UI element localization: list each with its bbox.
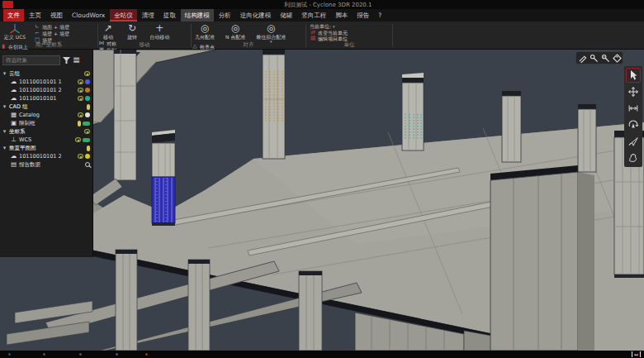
eye-icon[interactable] (84, 71, 90, 76)
toggle-on[interactable] (83, 122, 90, 126)
ucs-ground-wall-button[interactable]: ∟ 地面 + 墙壁 (34, 24, 69, 30)
target-pin-icon: ◎ (267, 23, 275, 34)
move-view-button[interactable] (626, 84, 641, 99)
app-icon[interactable] (2, 1, 13, 8)
visibility-bulb-icon[interactable] (78, 121, 81, 126)
group-label-ucs: 用户坐标系 (0, 41, 97, 49)
filter-funnel-icon[interactable] (63, 52, 70, 68)
tree-item-cloud-3[interactable]: ☁ 10110010101 (0, 94, 92, 103)
visibility-bulb-icon[interactable] (87, 104, 90, 110)
tab-clean[interactable]: 清理 (138, 9, 159, 21)
tree-group-label: 云组 (9, 70, 20, 78)
chevron-down-icon[interactable]: ▾ (2, 69, 7, 78)
chevron-down-icon[interactable]: ▾ (2, 103, 7, 111)
viewport-3d[interactable] (0, 50, 644, 351)
application-window: 利旧测试 - Cyclone 3DR 2020.1 文件 主页 视图 Cloud… (0, 0, 644, 358)
color-swatch[interactable] (85, 112, 90, 117)
color-swatch[interactable] (85, 79, 90, 84)
tab-file[interactable]: 文件 (3, 9, 24, 21)
tree-item-label: 报告数据 (19, 161, 40, 169)
taskbar-dot (8, 353, 11, 356)
magnifier-icon[interactable] (85, 162, 90, 167)
eye-icon[interactable] (78, 88, 83, 93)
tab-vertical-works[interactable]: 竖向工程 (297, 9, 330, 21)
tab-tank[interactable]: 储罐 (276, 9, 296, 21)
auto-move-button[interactable]: + 自动移动 (146, 23, 173, 40)
tree-group-vertical-plan[interactable]: ▾ 垂直平面图 (0, 144, 92, 152)
tree-header: ≡ (0, 50, 92, 69)
measure-icon[interactable] (578, 50, 587, 66)
tab-analysis[interactable]: 分析 (215, 9, 235, 21)
tab-reverse-modeling[interactable]: 逆向化建模 (236, 9, 276, 21)
tree-item-label: 10110010101 1 (19, 79, 62, 85)
edit-project-units-button[interactable]: ▤ 编辑项目单位 (310, 36, 392, 41)
measure-toolbar (575, 51, 623, 64)
eye-icon[interactable] (78, 96, 83, 101)
n-point-registration-button[interactable]: ◎ N 点配准 (222, 23, 249, 40)
best-fit-registration-button[interactable]: ◎ 最佳拟合配准 ▾ (253, 23, 289, 43)
ribbon-group-ucs: 定义 UCS ∟ 地面 + 墙壁 ⌐ 墙壁 + 墙壁 □ 墙壁 ▮ (0, 21, 97, 50)
tree-menu-icon[interactable]: ≡ (73, 55, 80, 64)
color-swatch[interactable] (85, 154, 90, 159)
column-with-blue-pointcloud (152, 130, 175, 226)
tree-group-clouds[interactable]: ▾ 云组 (0, 69, 92, 78)
tab-extract[interactable]: 提取 (159, 9, 180, 21)
define-ucs-button[interactable]: 定义 UCS (0, 23, 30, 40)
eye-icon[interactable] (75, 137, 81, 142)
geometry-registration-button[interactable]: ◎ 几何配准 (192, 23, 218, 40)
tree-item-wcs[interactable]: ⊥ WCS (0, 136, 92, 144)
label-pen-icon[interactable] (590, 50, 599, 66)
chevron-down-icon[interactable]: ▾ (2, 127, 7, 136)
change-current-unit-button[interactable]: ⇄ 改变当前单元 (310, 30, 392, 36)
orbit-button[interactable] (626, 117, 641, 132)
ribbon-separator (392, 24, 393, 47)
color-swatch[interactable] (85, 88, 90, 93)
tree-item-catalog[interactable]: ▦ Catalog (0, 111, 92, 119)
select-cursor-button[interactable] (626, 68, 641, 83)
point-cloud-icon: ☁ (10, 78, 17, 86)
visibility-bulb-icon[interactable] (87, 146, 90, 151)
rotate-button[interactable]: ↻ 旋转 (122, 23, 142, 40)
label-pen2-icon[interactable] (601, 50, 610, 66)
tag-icon[interactable] (613, 50, 622, 66)
current-unit-dropdown[interactable]: 当前单位: ▾ (310, 23, 392, 29)
eye-icon[interactable] (84, 129, 90, 134)
eye-icon[interactable] (78, 112, 83, 117)
tree-group-coordinate-systems[interactable]: ▾ 坐标系 (0, 127, 92, 136)
eye-icon[interactable] (78, 79, 83, 84)
toggle-on[interactable] (83, 138, 90, 142)
translate-button[interactable]: ↗ 移动 (98, 23, 118, 40)
fit-width-button[interactable] (626, 101, 641, 116)
tree-item-report-data[interactable]: ▤ 报告数据 (0, 160, 92, 169)
filter-objects-input[interactable] (2, 55, 60, 65)
point-cloud-icon: ☁ (10, 94, 17, 103)
group-label-move: 移动 (98, 41, 191, 49)
scale-widget-icon: ↔ (632, 351, 641, 357)
eye-icon[interactable] (78, 154, 83, 159)
crosshair-icon: + (155, 23, 163, 34)
tab-survey[interactable]: 全站仪 (110, 9, 137, 21)
column-with-orange-speckle (263, 50, 285, 159)
chevron-down-icon[interactable]: ▾ (2, 144, 7, 152)
tab-report[interactable]: 报告 (353, 9, 373, 21)
fly-button[interactable] (626, 134, 641, 149)
tree-group-cad[interactable]: ▾ CAD 组 (0, 103, 92, 111)
pan-hand-button[interactable] (626, 150, 641, 165)
tree-item-limit-box[interactable]: ▣ 限制框 (0, 119, 92, 127)
ucs-wall-wall-button[interactable]: ⌐ 墙壁 + 墙壁 (34, 31, 69, 36)
color-swatch[interactable] (85, 96, 90, 101)
ribbon-group-move: ↗ 移动 ↻ 旋转 + 自动移动 ⋈ 对称 ▣ 复制 (98, 21, 191, 50)
project-tree-panel: ≡ ▾ 云组 ☁ 10110010101 1 ☁ 10110010101 2 ☁… (0, 50, 93, 257)
tree-item-cloud-4[interactable]: ☁ 10110010101 2 (0, 152, 92, 160)
tree-item-cloud-1[interactable]: ☁ 10110010101 1 (0, 78, 92, 86)
tree-item-cloud-2[interactable]: ☁ 10110010101 2 (0, 86, 92, 94)
tab-view[interactable]: 视图 (46, 9, 67, 21)
tab-script[interactable]: 脚本 (331, 9, 352, 21)
target-pin-icon: ◎ (231, 23, 239, 34)
tab-help[interactable]: ? (374, 9, 386, 21)
hand-icon (627, 152, 639, 164)
tab-structure-modeling[interactable]: 结构建模 (181, 9, 214, 21)
tab-home[interactable]: 主页 (25, 9, 45, 21)
chevron-down-icon: ▾ (333, 25, 335, 28)
tab-cloudworx[interactable]: CloudWorx (68, 9, 109, 21)
